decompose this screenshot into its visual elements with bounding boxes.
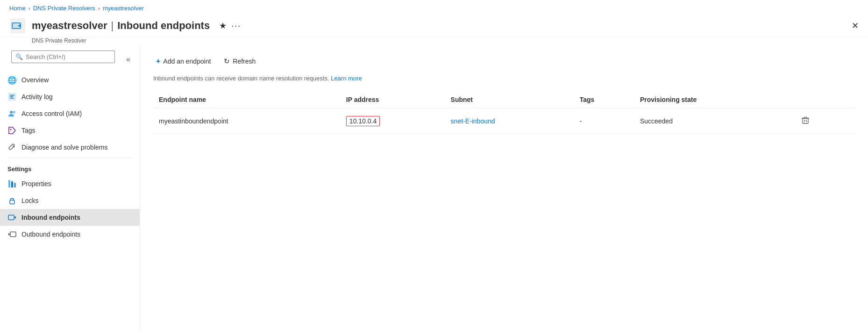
cell-endpoint-name: myeastinboundendpoint (153, 108, 341, 134)
page-header: myeastresolver | Inbound endpoints ★ ···… (0, 14, 868, 37)
sidebar-item-diagnose[interactable]: Diagnose and solve problems (0, 139, 140, 156)
lock-icon (7, 196, 17, 205)
breadcrumb-sep-1: › (28, 5, 30, 12)
header-actions: ★ ··· (219, 21, 241, 31)
svg-rect-14 (10, 200, 14, 204)
col-tags: Tags (574, 91, 634, 108)
info-text: Inbound endpoints can receive domain nam… (153, 75, 329, 82)
cell-provisioning-state: Succeeded (634, 108, 792, 134)
refresh-label: Refresh (233, 58, 256, 65)
iam-icon (7, 109, 17, 118)
sidebar-item-locks[interactable]: Locks (0, 192, 140, 209)
favorite-button[interactable]: ★ (219, 21, 227, 31)
main-content: + Add an endpoint ↻ Refresh Inbound endp… (140, 46, 868, 331)
svg-rect-12 (11, 181, 13, 188)
sidebar-item-label: Access control (IAM) (21, 110, 82, 117)
svg-rect-5 (10, 96, 13, 97)
add-endpoint-button[interactable]: + Add an endpoint (153, 55, 213, 67)
activity-icon (7, 92, 17, 101)
search-box[interactable]: 🔍 (11, 51, 115, 63)
sidebar-item-label: Properties (21, 180, 51, 188)
sidebar-item-label: Outbound endpoints (21, 231, 80, 238)
wrench-icon (7, 143, 17, 152)
subnet-link[interactable]: snet-E-inbound (451, 117, 495, 125)
add-endpoint-label: Add an endpoint (163, 58, 211, 65)
sidebar-item-label: Overview (21, 76, 49, 84)
resource-subtitle: DNS Private Resolver (0, 37, 868, 46)
breadcrumb-home[interactable]: Home (9, 5, 26, 12)
breadcrumb-dns[interactable]: DNS Private Resolvers (33, 5, 95, 12)
resource-name: myeastresolver (32, 20, 107, 32)
sidebar: 🔍 « 🌐 Overview Activity log Access contr… (0, 46, 140, 331)
svg-rect-6 (10, 98, 14, 99)
refresh-icon: ↻ (224, 57, 230, 65)
svg-rect-13 (14, 183, 16, 188)
info-bar: Inbound endpoints can receive domain nam… (153, 75, 855, 82)
sidebar-item-label: Locks (21, 197, 39, 204)
cell-delete (792, 108, 855, 134)
col-ip-address: IP address (341, 91, 445, 108)
cell-tags: - (574, 108, 634, 134)
sidebar-item-overview[interactable]: 🌐 Overview (0, 72, 140, 88)
sidebar-divider (7, 158, 132, 158)
properties-icon (7, 179, 17, 188)
breadcrumb: Home › DNS Private Resolvers › myeastres… (0, 0, 868, 14)
title-section: myeastresolver | Inbound endpoints (32, 20, 210, 32)
settings-section-header: Settings (0, 160, 140, 175)
table-header-row: Endpoint name IP address Subnet Tags Pro… (153, 91, 855, 108)
breadcrumb-sep-2: › (98, 5, 100, 12)
svg-point-7 (10, 111, 13, 114)
inbound-icon (7, 213, 17, 222)
col-actions (792, 91, 855, 108)
add-icon: + (156, 57, 160, 65)
close-button[interactable]: ✕ (852, 21, 859, 31)
collapse-button[interactable]: « (122, 53, 134, 65)
sidebar-item-iam[interactable]: Access control (IAM) (0, 105, 140, 122)
main-layout: 🔍 « 🌐 Overview Activity log Access contr… (0, 46, 868, 331)
col-provisioning-state: Provisioning state (634, 91, 792, 108)
svg-rect-16 (10, 232, 16, 237)
sidebar-item-tags[interactable]: Tags (0, 122, 140, 139)
svg-point-8 (13, 111, 15, 114)
svg-rect-4 (10, 95, 14, 96)
search-icon: 🔍 (15, 53, 23, 60)
search-input[interactable] (26, 53, 111, 60)
tag-icon (7, 126, 17, 135)
svg-rect-17 (803, 118, 808, 123)
endpoints-table: Endpoint name IP address Subnet Tags Pro… (153, 91, 855, 134)
sidebar-item-label: Diagnose and solve problems (21, 144, 107, 151)
sidebar-item-activity-log[interactable]: Activity log (0, 88, 140, 105)
sidebar-item-label: Inbound endpoints (21, 214, 80, 221)
cell-ip-address: 10.10.0.4 (341, 108, 445, 134)
ip-address-value: 10.10.0.4 (346, 116, 380, 126)
outbound-icon (7, 230, 17, 239)
svg-rect-11 (8, 180, 10, 188)
resource-icon (9, 17, 26, 34)
learn-more-link[interactable]: Learn more (331, 75, 362, 82)
sidebar-item-outbound-endpoints[interactable]: Outbound endpoints (0, 226, 140, 243)
toolbar: + Add an endpoint ↻ Refresh (153, 55, 855, 67)
more-options-button[interactable]: ··· (231, 21, 241, 31)
delete-button[interactable] (797, 114, 813, 128)
globe-icon: 🌐 (7, 75, 17, 85)
sidebar-item-label: Tags (21, 127, 36, 134)
sidebar-item-inbound-endpoints[interactable]: Inbound endpoints (0, 209, 140, 226)
title-divider: | (111, 20, 114, 32)
refresh-button[interactable]: ↻ Refresh (221, 55, 258, 67)
col-endpoint-name: Endpoint name (153, 91, 341, 108)
table-row: myeastinboundendpoint 10.10.0.4 snet-E-i… (153, 108, 855, 134)
breadcrumb-resolver[interactable]: myeastresolver (103, 5, 144, 12)
sidebar-item-label: Activity log (21, 93, 53, 101)
col-subnet: Subnet (445, 91, 574, 108)
sidebar-item-properties[interactable]: Properties (0, 175, 140, 192)
page-title: Inbound endpoints (117, 20, 210, 32)
svg-rect-15 (8, 215, 14, 220)
cell-subnet: snet-E-inbound (445, 108, 574, 134)
svg-point-9 (10, 129, 12, 130)
